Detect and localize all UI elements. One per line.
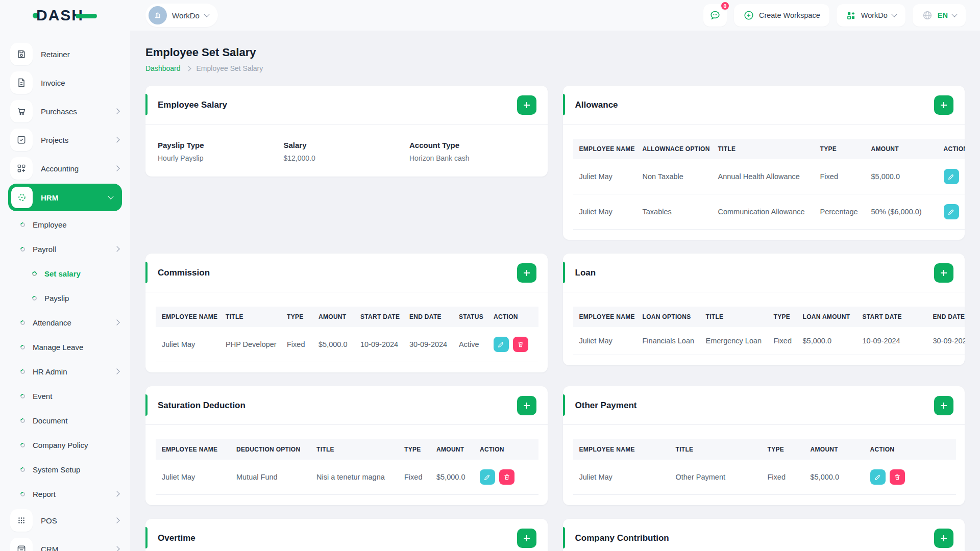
card-title: Company Contribution bbox=[575, 533, 669, 543]
sidebar-item-crm[interactable]: CRM bbox=[0, 535, 130, 551]
add-saturation-deduction-button[interactable] bbox=[517, 396, 536, 415]
sidebar-item-accounting[interactable]: Accounting bbox=[0, 154, 130, 183]
cell-title: Annual Health Allowance bbox=[712, 159, 814, 194]
pencil-icon bbox=[948, 173, 955, 180]
sidebar-item-label: Event bbox=[33, 392, 119, 400]
column-header: Status bbox=[453, 307, 487, 327]
card-title: Loan bbox=[575, 268, 596, 278]
delete-button[interactable] bbox=[890, 469, 905, 485]
sidebar-item-attendance[interactable]: Attendance bbox=[0, 310, 130, 335]
table-row: Juliet May Non Taxable Annual Health All… bbox=[573, 159, 965, 194]
edit-button[interactable] bbox=[944, 204, 959, 219]
sidebar-item-employee[interactable]: Employee bbox=[0, 212, 130, 237]
sidebar-item-payslip[interactable]: Payslip bbox=[0, 286, 130, 310]
trash-icon bbox=[503, 473, 510, 481]
column-header: Deduction Option bbox=[230, 439, 310, 460]
page-title: Employee Set Salary bbox=[145, 46, 965, 59]
saturation-deduction-table: Employee Name Deduction Option Title Typ… bbox=[156, 439, 538, 495]
sidebar-item-invoice[interactable]: Invoice bbox=[0, 68, 130, 97]
field-label: Account Type bbox=[409, 141, 535, 149]
column-header: Loan Amount bbox=[797, 307, 856, 327]
sidebar-item-retainer[interactable]: Retainer bbox=[0, 40, 130, 68]
edit-button[interactable] bbox=[944, 169, 959, 184]
chat-bubble-icon bbox=[709, 9, 721, 21]
retainer-icon bbox=[10, 43, 33, 65]
card-title: Commission bbox=[158, 268, 210, 278]
breadcrumb-dashboard-link[interactable]: Dashboard bbox=[145, 64, 181, 72]
sidebar-item-event[interactable]: Event bbox=[0, 384, 130, 408]
add-commission-button[interactable] bbox=[517, 263, 536, 283]
column-header: Type bbox=[281, 307, 312, 327]
column-header: Employee Name bbox=[573, 307, 636, 327]
field-account-type: Account Type Horizon Bank cash bbox=[409, 141, 535, 162]
chevron-down-icon bbox=[891, 11, 897, 17]
add-company-contribution-button[interactable] bbox=[934, 529, 953, 548]
sidebar-item-pos[interactable]: POS bbox=[0, 506, 130, 535]
add-employee-salary-button[interactable] bbox=[517, 95, 536, 115]
plus-icon bbox=[940, 534, 948, 542]
sidebar-item-set-salary[interactable]: Set salary bbox=[0, 261, 130, 286]
column-header: Type bbox=[398, 439, 430, 460]
workspace-avatar bbox=[149, 6, 167, 24]
bullet-icon bbox=[19, 417, 26, 424]
cell-start-date: 10-09-2024 bbox=[856, 327, 927, 355]
add-other-payment-button[interactable] bbox=[934, 396, 953, 415]
cell-amount: $5,000.0 bbox=[312, 327, 354, 362]
check-square-icon bbox=[10, 129, 33, 151]
edit-button[interactable] bbox=[870, 469, 886, 485]
workspace-selector[interactable]: WorkDo bbox=[145, 4, 218, 27]
commission-card: Commission Employee Name Title Type Amou… bbox=[145, 254, 548, 372]
sidebar-item-projects[interactable]: Projects bbox=[0, 126, 130, 154]
sidebar-item-label: Payslip bbox=[44, 294, 119, 303]
app-menu-button[interactable]: WorkDo bbox=[837, 4, 905, 27]
dash-logo[interactable]: DASH bbox=[33, 7, 97, 24]
add-overtime-button[interactable] bbox=[517, 529, 536, 548]
sidebar-item-label: System Setup bbox=[33, 465, 119, 474]
card-title: Employee Salary bbox=[158, 100, 227, 110]
sidebar-item-report[interactable]: Report bbox=[0, 482, 130, 506]
language-selector[interactable]: EN bbox=[913, 4, 966, 27]
table-row: Juliet May Mutual Fund Nisi a tenetur ma… bbox=[156, 460, 538, 495]
sidebar-item-system-setup[interactable]: System Setup bbox=[0, 457, 130, 482]
cell-title: PHP Developer bbox=[219, 327, 281, 362]
saturation-deduction-card: Saturation Deduction Employee Name Deduc… bbox=[145, 386, 548, 505]
bullet-icon bbox=[31, 270, 38, 277]
sidebar-item-document[interactable]: Document bbox=[0, 408, 130, 433]
column-header: Amount bbox=[865, 139, 938, 159]
crm-icon bbox=[10, 538, 33, 551]
edit-button[interactable] bbox=[480, 469, 495, 485]
sidebar-item-company-policy[interactable]: Company Policy bbox=[0, 433, 130, 457]
sidebar-item-label: Invoice bbox=[41, 79, 119, 87]
plus-icon bbox=[523, 402, 531, 410]
sidebar-item-manage-leave[interactable]: Manage Leave bbox=[0, 335, 130, 359]
cell-start-date: 10-09-2024 bbox=[354, 327, 403, 362]
card-title: Overtime bbox=[158, 533, 195, 543]
field-value: Horizon Bank cash bbox=[409, 154, 535, 162]
trash-icon bbox=[894, 473, 901, 481]
logo-dash-icon bbox=[76, 14, 97, 18]
add-loan-button[interactable] bbox=[934, 263, 953, 283]
plus-icon bbox=[940, 101, 948, 109]
company-contribution-card: Company Contribution bbox=[563, 519, 965, 551]
chevron-right-icon bbox=[114, 319, 119, 325]
create-workspace-button[interactable]: Create Workspace bbox=[734, 4, 829, 27]
sidebar-item-hr-admin[interactable]: HR Admin bbox=[0, 359, 130, 384]
plus-circle-icon bbox=[743, 10, 754, 21]
column-header: Type bbox=[762, 439, 804, 460]
grid-plus-icon bbox=[10, 157, 33, 180]
bullet-icon bbox=[19, 393, 26, 399]
add-allowance-button[interactable] bbox=[934, 95, 953, 115]
breadcrumb-current: Employee Set Salary bbox=[197, 64, 263, 72]
delete-button[interactable] bbox=[513, 337, 528, 352]
messages-button[interactable]: 0 bbox=[703, 4, 727, 27]
sidebar-item-label: Document bbox=[33, 416, 119, 425]
sidebar-item-label: CRM bbox=[41, 545, 115, 551]
chevron-down-icon bbox=[204, 11, 209, 17]
sidebar-item-payroll[interactable]: Payroll bbox=[0, 237, 130, 261]
edit-button[interactable] bbox=[494, 337, 509, 352]
sidebar-item-label: HR Admin bbox=[33, 367, 115, 376]
delete-button[interactable] bbox=[499, 469, 514, 485]
cell-title: Communication Allowance bbox=[712, 194, 814, 230]
sidebar-item-hrm[interactable]: HRM bbox=[8, 184, 122, 211]
sidebar-item-purchases[interactable]: Purchases bbox=[0, 97, 130, 126]
